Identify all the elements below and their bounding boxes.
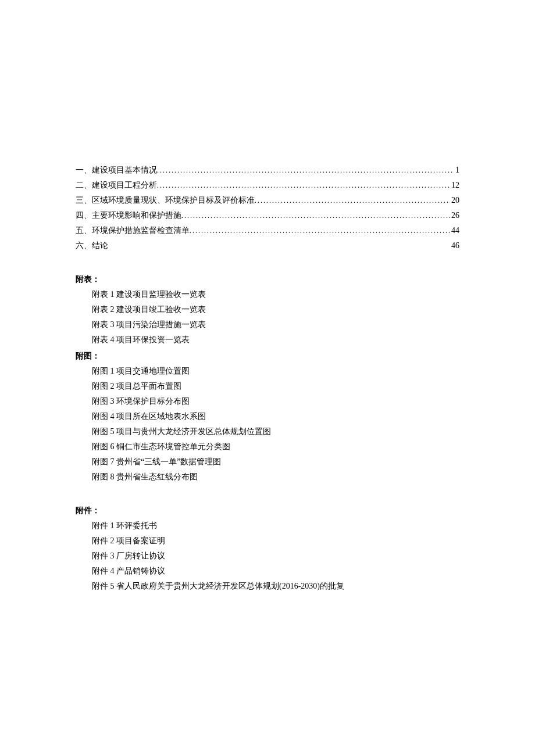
table-of-contents: 一、建设项目基本情况1二、建设项目工程分析12三、区域环境质量现状、环境保护目标… [76,163,459,253]
list-item: 附图 6 铜仁市生态环境管控单元分类图 [76,439,459,454]
toc-entry: 五、环境保护措施监督检查清单44 [76,223,459,238]
toc-entry-dots [181,208,450,223]
toc-entry-page: 26 [450,208,459,223]
list-item: 附图 8 贵州省生态红线分布图 [76,470,459,485]
list-item: 附件 2 项目备案证明 [76,533,459,549]
toc-entry-title: 一、建设项目基本情况 [76,163,157,178]
toc-entry-dots [157,163,454,178]
toc-entry: 六、结论46 [76,238,459,253]
toc-entry-page: 1 [454,163,459,178]
toc-entry-dots [157,178,450,193]
toc-entry: 四、主要环境影响和保护措施26 [76,208,459,223]
toc-entry-title: 四、主要环境影响和保护措施 [76,208,181,223]
list-item: 附件 3 厂房转让协议 [76,549,459,564]
list-item: 附表 2 建设项目竣工验收一览表 [76,302,459,317]
toc-entry-page: 46 [450,238,459,253]
list-item: 附表 3 项目污染治理措施一览表 [76,317,459,332]
appendix-attachments-heading: 附件： [76,506,459,516]
toc-entry-title: 六、结论 [76,238,108,253]
toc-entry: 二、建设项目工程分析12 [76,178,459,193]
toc-entry-page: 12 [450,178,459,193]
list-item: 附图 1 项目交通地理位置图 [76,364,459,379]
toc-entry-page: 44 [450,223,459,238]
appendix-tables-list: 附表 1 建设项目监理验收一览表附表 2 建设项目竣工验收一览表附表 3 项目污… [76,287,459,347]
toc-entry-title: 五、环境保护措施监督检查清单 [76,223,190,238]
appendix-figures-list: 附图 1 项目交通地理位置图附图 2 项目总平面布置图附图 3 环境保护目标分布… [76,364,459,485]
list-item: 附表 4 项目环保投资一览表 [76,332,459,347]
list-item: 附图 5 项目与贵州大龙经济开发区总体规划位置图 [76,424,459,439]
toc-entry-title: 二、建设项目工程分析 [76,178,157,193]
toc-entry: 一、建设项目基本情况1 [76,163,459,178]
toc-entry-title: 三、区域环境质量现状、环境保护目标及评价标准 [76,193,255,208]
appendix-tables-heading: 附表： [76,274,459,285]
list-item: 附件 5 省人民政府关于贵州大龙经济开发区总体规划(2016-2030)的批复 [76,579,459,594]
appendix-figures-heading: 附图： [76,351,459,361]
list-item: 附件 4 产品销铸协议 [76,564,459,579]
toc-entry-dots [255,193,450,208]
toc-entry: 三、区域环境质量现状、环境保护目标及评价标准20 [76,193,459,208]
document-page: 一、建设项目基本情况1二、建设项目工程分析12三、区域环境质量现状、环境保护目标… [0,0,535,594]
list-item: 附表 1 建设项目监理验收一览表 [76,287,459,302]
list-item: 附图 2 项目总平面布置图 [76,379,459,394]
appendix-attachments-list: 附件 1 环评委托书附件 2 项目备案证明附件 3 厂房转让协议附件 4 产品销… [76,518,459,594]
list-item: 附图 7 贵州省“三线一单”数据管理图 [76,454,459,470]
toc-entry-page: 20 [450,193,459,208]
toc-entry-dots [190,223,450,238]
list-item: 附件 1 环评委托书 [76,518,459,533]
list-item: 附图 3 环境保护目标分布图 [76,394,459,409]
list-item: 附图 4 项目所在区域地表水系图 [76,409,459,424]
